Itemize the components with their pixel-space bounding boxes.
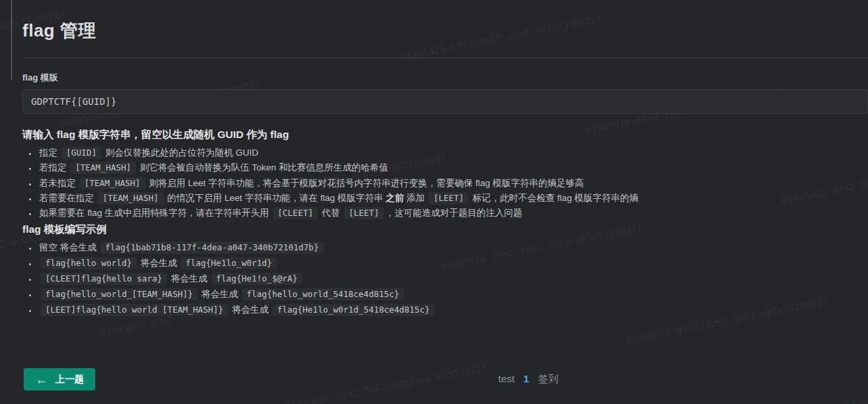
inline-code: flag{1bab71b8-117f-4dea-a047-340b72101d7… [101,242,324,254]
bold-text: 之前 [386,193,404,203]
list-item: 指定 [GUID] 则会仅替换此处的占位符为随机 GUID [38,145,868,160]
left-edge-line [11,0,12,80]
inline-code: [TEAM_HASH] [70,162,136,174]
list-item: [LEET]flag{hello world [TEAM_HASH]} 将会生成… [38,302,868,318]
arrow-left-icon: ← [35,374,47,386]
inline-code: [LEET] [429,192,468,204]
list-item: flag{hello_world_[TEAM_HASH]} 将会生成 flag{… [38,287,868,302]
inline-code: [CLEET]flag{hello sara} [41,273,167,285]
prev-challenge-button[interactable]: ← 上一题 [24,368,95,390]
flag-template-input[interactable] [22,89,868,114]
inline-code: [TEAM_HASH] [80,177,145,189]
inline-code: [TEAM_HASH] [98,192,164,204]
list-item: 如果需要在 flag 生成中启用特殊字符，请在字符串开头用 [CLEET] 代替… [38,206,868,221]
challenge-title: 签到 [538,373,558,384]
inline-code: [LEET] [344,207,384,219]
list-item: 若需要在指定 [TEAM_HASH] 的情况下启用 Leet 字符串功能，请在 … [38,191,868,206]
challenge-number: 1 [523,373,529,384]
inline-code: [LEET]flag{hello world [TEAM_HASH]} [41,304,228,316]
inline-code: [GUID] [62,147,101,159]
inline-code: flag{hello_world_5418ce4d815c} [242,288,404,300]
list-item: flag{hello world} 将会生成 flag{He1lo_w0r1d} [38,256,868,271]
flag-template-label: flag 模版 [22,72,868,84]
list-item: [CLEET]flag{hello sara} 将会生成 flag{He1!o_… [38,271,868,287]
list-item: 若指定 [TEAM_HASH] 则它将会被自动替换为队伍 Token 和比赛信息… [38,160,868,175]
examples-list: 留空 将会生成 flag{1bab71b8-117f-4dea-a047-340… [22,240,868,317]
tips-list: 指定 [GUID] 则会仅替换此处的占位符为随机 GUID若指定 [TEAM_H… [22,145,868,221]
challenge-nav: test 1 签到 [498,373,558,386]
header-divider [22,58,868,58]
tips-heading: 请输入 flag 模版字符串，留空以生成随机 GUID 作为 flag [22,128,868,142]
list-item: 留空 将会生成 flag{1bab71b8-117f-4dea-a047-340… [38,240,868,256]
inline-code: flag{He1lo_w0r1d} [180,257,276,269]
game-name: test [498,373,514,384]
flag-management-panel: flag 管理 flag 模版 请输入 flag 模版字符串，留空以生成随机 G… [0,19,868,317]
inline-code: flag{He1lo_w0r1d_5418ce4d815c} [272,304,435,316]
examples-heading: flag 模板编写示例 [22,223,868,237]
page-title: flag 管理 [22,19,868,43]
list-item: 若未指定 [TEAM_HASH] 则将启用 Leet 字符串功能，将会基于模版对… [38,176,868,191]
inline-code: [CLEET] [273,207,318,219]
inline-code: flag{hello world} [41,257,137,269]
inline-code: flag{He1!o_$@rA} [212,273,302,285]
prev-challenge-label: 上一题 [55,374,84,386]
inline-code: flag{hello_world_[TEAM_HASH]} [41,288,197,300]
